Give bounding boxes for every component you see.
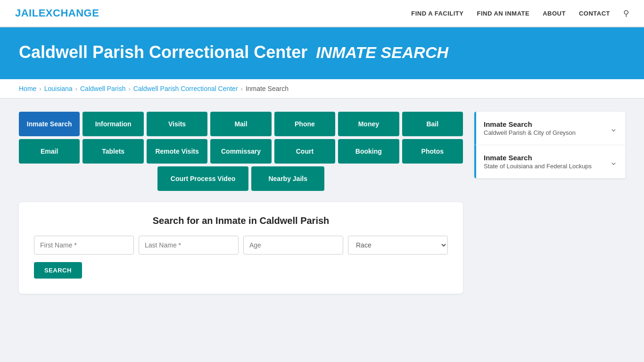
sidebar-title-louisiana: Inmate Search (484, 154, 592, 162)
breadcrumb-home[interactable]: Home (19, 85, 36, 92)
sep-4: › (241, 85, 243, 92)
nav-contact[interactable]: CONTACT (579, 10, 610, 17)
hero-banner: Caldwell Parish Correctional Center INMA… (0, 27, 644, 79)
sidebar-text-louisiana: Inmate Search State of Louisiana and Fed… (484, 154, 592, 170)
main-content: Inmate Search Information Visits Mail Ph… (0, 99, 644, 307)
sidebar-item-caldwell[interactable]: Inmate Search Caldwell Parish & City of … (474, 112, 625, 145)
tab-bail[interactable]: Bail (402, 112, 463, 136)
tab-court[interactable]: Court (274, 139, 335, 164)
inmate-search-box: Search for an Inmate in Caldwell Parish … (19, 202, 463, 294)
left-column: Inmate Search Information Visits Mail Ph… (19, 112, 463, 294)
site-logo[interactable]: JAILEXCHANGE (15, 7, 99, 19)
sidebar-subtitle-louisiana: State of Louisiana and Federal Lockups (484, 163, 592, 170)
search-title: Search for an Inmate in Caldwell Parish (34, 215, 448, 226)
nav-find-facility[interactable]: FIND A FACILITY (411, 10, 463, 17)
page-subtitle: INMATE SEARCH (316, 43, 448, 61)
breadcrumb-facility[interactable]: Caldwell Parish Correctional Center (133, 85, 238, 92)
first-name-input[interactable] (34, 236, 134, 255)
tab-phone[interactable]: Phone (274, 112, 335, 136)
tab-information[interactable]: Information (83, 112, 143, 136)
right-column: Inmate Search Caldwell Parish & City of … (474, 112, 625, 294)
tab-nearby-jails[interactable]: Nearby Jails (251, 166, 324, 191)
tab-remote-visits[interactable]: Remote Visits (147, 139, 207, 164)
sep-1: › (39, 85, 41, 92)
breadcrumb-caldwell-parish[interactable]: Caldwell Parish (80, 85, 125, 92)
sidebar-card: Inmate Search Caldwell Parish & City of … (474, 112, 625, 178)
tabs-row-3: Court Process Video Nearby Jails (19, 166, 463, 191)
sidebar-text-caldwell: Inmate Search Caldwell Parish & City of … (484, 120, 576, 136)
sep-3: › (128, 85, 130, 92)
tab-email[interactable]: Email (19, 139, 80, 164)
breadcrumb: Home › Louisiana › Caldwell Parish › Cal… (19, 85, 625, 92)
chevron-down-icon-2: ⌄ (610, 156, 618, 167)
tab-inmate-search[interactable]: Inmate Search (19, 112, 80, 136)
tab-booking[interactable]: Booking (338, 139, 399, 164)
search-icon[interactable]: ⚲ (623, 8, 629, 18)
chevron-down-icon: ⌄ (610, 123, 618, 134)
tabs-row-1: Inmate Search Information Visits Mail Ph… (19, 112, 463, 136)
tab-tablets[interactable]: Tablets (83, 139, 143, 164)
tab-money[interactable]: Money (338, 112, 399, 136)
nav-find-inmate[interactable]: FIND AN INMATE (477, 10, 529, 17)
search-fields: Race White Black Hispanic Asian Other (34, 236, 448, 255)
logo-exchange: EXCHANGE (39, 7, 99, 19)
sidebar-item-louisiana[interactable]: Inmate Search State of Louisiana and Fed… (474, 145, 625, 178)
tab-commissary[interactable]: Commissary (210, 139, 271, 164)
race-select[interactable]: Race White Black Hispanic Asian Other (348, 236, 448, 255)
sidebar-title-caldwell: Inmate Search (484, 120, 576, 128)
logo-jail: JAIL (15, 7, 39, 19)
tabs-row-2: Email Tablets Remote Visits Commissary C… (19, 139, 463, 164)
tab-photos[interactable]: Photos (402, 139, 463, 164)
last-name-input[interactable] (139, 236, 239, 255)
breadcrumb-bar: Home › Louisiana › Caldwell Parish › Cal… (0, 79, 644, 99)
nav-links: FIND A FACILITY FIND AN INMATE ABOUT CON… (411, 8, 629, 18)
tab-mail[interactable]: Mail (210, 112, 271, 136)
page-title: Caldwell Parish Correctional Center INMA… (19, 42, 625, 62)
search-button[interactable]: SEARCH (34, 262, 82, 279)
sidebar-subtitle-caldwell: Caldwell Parish & City of Greyson (484, 129, 576, 136)
facility-name: Caldwell Parish Correctional Center (19, 42, 307, 62)
navigation: JAILEXCHANGE FIND A FACILITY FIND AN INM… (0, 0, 644, 27)
nav-about[interactable]: ABOUT (543, 10, 566, 17)
tab-visits[interactable]: Visits (147, 112, 207, 136)
age-input[interactable] (243, 236, 343, 255)
breadcrumb-louisiana[interactable]: Louisiana (44, 85, 73, 92)
sep-2: › (75, 85, 77, 92)
breadcrumb-current: Inmate Search (246, 85, 289, 92)
tab-court-process-video[interactable]: Court Process Video (157, 166, 248, 191)
